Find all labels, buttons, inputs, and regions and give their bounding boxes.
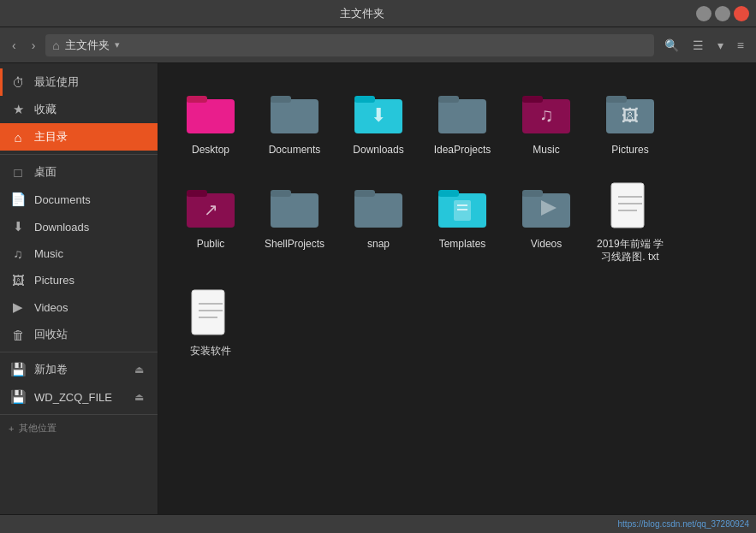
svg-rect-10 [522,96,543,103]
plus-icon: + [9,423,14,434]
file-item[interactable]: Videos [508,171,585,271]
documents-icon: 📄 [10,192,26,207]
file-item[interactable]: 安装软件 [172,278,249,365]
menu-button[interactable]: ≡ [732,35,749,56]
sidebar-item-recent[interactable]: ⏱ 最近使用 [0,68,158,96]
drive-icon: 💾 [10,362,26,377]
file-name: Templates [439,238,486,252]
file-name: 2019年前端 学习线路图. txt [595,238,665,264]
file-name: Desktop [192,144,229,157]
svg-rect-35 [192,290,224,335]
file-icon [183,285,238,340]
svg-rect-5 [354,96,375,103]
toolbar: ‹ › ⌂ 主文件夹 ▾ 🔍 ☰ ▾ ≡ [0,27,756,63]
svg-rect-28 [522,190,543,197]
sidebar-item-desktop-label: 桌面 [34,164,57,180]
file-item[interactable]: 🖼 Pictures [592,77,669,164]
forward-button[interactable]: › [27,35,41,56]
sidebar-other-places[interactable]: + 其他位置 [0,418,158,438]
sidebar-item-home-label: 主目录 [34,129,68,145]
file-name: Pictures [611,144,648,157]
svg-rect-1 [187,96,207,103]
sidebar-item-newvol[interactable]: 💾 新加卷 ⏏ [0,356,158,383]
close-button[interactable]: ✕ [734,6,749,21]
desktop-icon: □ [10,165,26,180]
sidebar-item-documents[interactable]: 📄 Documents [0,186,158,213]
sidebar-item-pictures[interactable]: 🖼 Pictures [0,267,158,293]
file-icon [267,84,322,139]
sidebar-item-trash[interactable]: 🗑 回收站 [0,321,158,348]
trash-icon: 🗑 [10,328,26,342]
sidebar-item-newvol-label: 新加卷 [34,362,68,377]
recent-icon: ⏱ [10,75,26,90]
star-icon: ★ [10,102,26,117]
sidebar-item-desktop[interactable]: □ 桌面 [0,158,158,186]
file-grid: Desktop Documents ⬇ Downloads IdeaProjec… [172,77,742,364]
file-item[interactable]: 2019年前端 学习线路图. txt [592,171,669,271]
sidebar-item-documents-label: Documents [34,193,91,206]
file-item[interactable]: IdeaProjects [424,77,501,164]
svg-rect-2 [271,99,318,133]
location-arrow: ▾ [115,39,120,50]
sidebar-item-downloads[interactable]: ⬇ Downloads [0,213,158,240]
file-name: IdeaProjects [434,144,491,157]
sidebar-divider-1 [0,154,158,155]
file-item[interactable]: Documents [256,77,333,164]
music-icon: ♫ [10,246,26,261]
sidebar-item-bookmarks[interactable]: ★ 收藏 [0,96,158,123]
file-item[interactable]: ⬇ Downloads [340,77,417,164]
downloads-icon: ⬇ [10,219,26,234]
file-name: Videos [531,238,562,252]
svg-rect-8 [438,96,459,103]
drive2-icon: 💾 [10,389,26,405]
file-icon [519,178,574,233]
sidebar-item-downloads-label: Downloads [34,221,89,234]
sidebar-item-music[interactable]: ♫ Music [0,240,158,267]
sidebar-item-home[interactable]: ⌂ 主目录 [0,123,158,151]
svg-text:⬇: ⬇ [371,104,386,126]
sidebar-divider-2 [0,352,158,352]
sidebar-item-pictures-label: Pictures [34,274,74,287]
content-area: Desktop Documents ⬇ Downloads IdeaProjec… [158,63,756,533]
svg-rect-23 [438,190,459,197]
location-bar[interactable]: ⌂ 主文件夹 ▾ [45,34,653,56]
sidebar-item-wdzcq[interactable]: 💾 WD_ZCQ_FILE ⏏ [0,383,158,411]
file-item[interactable]: ↗ Public [172,171,249,271]
file-name: Documents [269,144,321,157]
file-icon [351,178,406,233]
view-button[interactable]: ☰ [688,35,709,56]
file-item[interactable]: ShellProjects [256,171,333,271]
sidebar-item-videos[interactable]: ▶ Videos [0,293,158,321]
sidebar: ⏱ 最近使用 ★ 收藏 ⌂ 主目录 □ 桌面 📄 Documents ⬇ Dow… [0,63,158,533]
sidebar-item-music-label: Music [34,247,63,260]
file-icon [603,178,658,233]
file-icon: ↗ [183,178,238,233]
file-name: ShellProjects [265,238,324,252]
location-text: 主文件夹 [65,38,110,53]
file-icon [435,84,490,139]
file-item[interactable]: snap [340,171,417,271]
eject-newvol-button[interactable]: ⏏ [131,362,147,377]
home-icon: ⌂ [10,130,26,145]
pictures-icon: 🖼 [10,273,26,287]
window-title: 主文件夹 [27,6,696,21]
file-item[interactable]: Desktop [172,77,249,164]
file-item[interactable]: Templates [424,171,501,271]
svg-text:↗: ↗ [204,200,218,219]
back-button[interactable]: ‹ [7,35,21,56]
file-name: Music [533,144,559,157]
maximize-button[interactable]: □ [715,6,730,21]
svg-text:🖼: 🖼 [622,106,639,125]
sidebar-divider-3 [0,414,158,415]
eject-wdzcq-button[interactable]: ⏏ [131,389,147,405]
view-arrow-button[interactable]: ▾ [712,35,729,56]
file-item[interactable]: ♫ Music [508,77,585,164]
file-icon: ♫ [519,84,574,139]
search-button[interactable]: 🔍 [659,35,684,56]
svg-rect-21 [354,190,375,197]
file-icon: 🖼 [603,84,658,139]
sidebar-item-wdzcq-label: WD_ZCQ_FILE [34,391,112,404]
svg-text:♫: ♫ [539,104,554,126]
minimize-button[interactable]: — [696,6,711,21]
other-places-label: 其他位置 [19,422,57,435]
